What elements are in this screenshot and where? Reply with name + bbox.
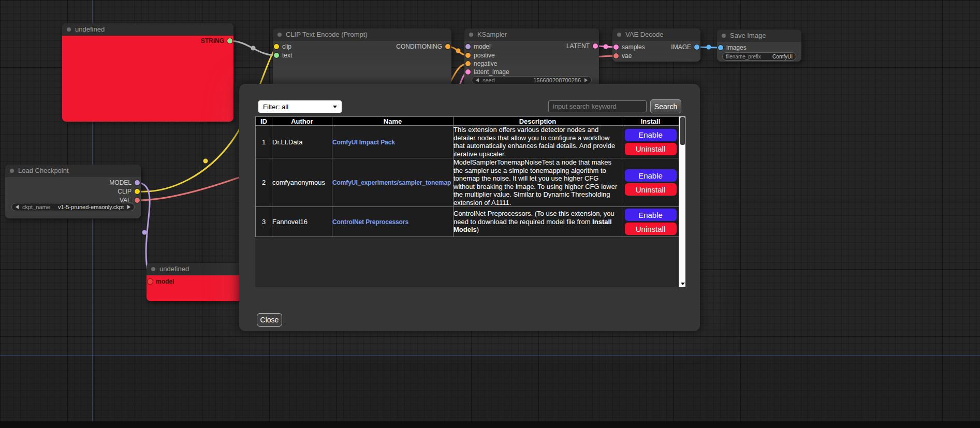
filter-select-value: Filter: all	[263, 103, 288, 111]
extension-author: Fannovel16	[272, 207, 332, 237]
uninstall-button[interactable]: Uninstall	[625, 143, 677, 155]
port-dot-icon[interactable]	[718, 45, 723, 50]
input-port-text[interactable]: text	[274, 52, 292, 59]
port-label: CONDITIONING	[396, 43, 442, 50]
port-dot-icon[interactable]	[274, 53, 279, 58]
node-title-bar[interactable]: CLIP Text Encode (Prompt)	[273, 28, 451, 41]
port-dot-icon[interactable]	[593, 43, 598, 49]
increment-arrow-icon[interactable]	[584, 78, 588, 82]
extension-author: comfyanonymous	[272, 158, 332, 207]
extension-link[interactable]: ComfyUI Impact Pack	[332, 139, 395, 146]
input-port-samples[interactable]: samples	[613, 43, 645, 51]
node-title: Save Image	[730, 32, 766, 39]
port-label: CLIP	[118, 188, 131, 195]
input-port-positive[interactable]: positive	[465, 52, 495, 59]
widget-value: ComfyUI	[772, 54, 793, 60]
close-button[interactable]: Close	[257, 313, 282, 327]
node-undefined-top[interactable]: undefined STRING	[62, 23, 233, 122]
extension-id: 1	[256, 126, 272, 158]
node-title-bar[interactable]: KSampler	[464, 28, 599, 41]
output-port-model[interactable]: MODEL	[109, 179, 140, 186]
node-title-bar[interactable]: Load Checkpoint	[5, 165, 141, 177]
port-dot-icon[interactable]	[135, 180, 140, 185]
filter-select[interactable]: Filter: all	[258, 100, 342, 113]
enable-button[interactable]: Enable	[625, 209, 677, 221]
ckpt-name-widget[interactable]: ckpt_name v1-5-pruned-emaonly.ckpt	[11, 203, 135, 211]
description-suffix-text: )	[477, 226, 479, 233]
filename-prefix-widget[interactable]: filename_prefix ComfyUI	[722, 52, 796, 61]
port-dot-icon[interactable]	[465, 69, 471, 75]
port-dot-icon[interactable]	[465, 44, 471, 49]
collapse-dot-icon[interactable]	[277, 33, 282, 37]
widget-label: filename_prefix	[726, 54, 761, 60]
graph-canvas[interactable]: undefined STRING CLIP Text Encode (Promp…	[0, 0, 980, 428]
widget-label: ckpt_name	[22, 204, 50, 210]
description-text: ControlNet Preprocessors. (To use this e…	[454, 210, 615, 226]
decrement-arrow-icon[interactable]	[476, 78, 479, 82]
node-title: VAE Decode	[625, 31, 663, 38]
enable-button[interactable]: Enable	[625, 129, 677, 141]
output-port-string[interactable]: STRING	[201, 37, 232, 45]
collapse-dot-icon[interactable]	[10, 169, 14, 173]
input-port-model[interactable]: model	[148, 278, 174, 285]
port-dot-icon[interactable]	[613, 53, 619, 58]
node-title-bar[interactable]: Save Image	[717, 29, 801, 42]
widget-label: seed	[482, 77, 495, 83]
port-dot-icon[interactable]	[694, 45, 699, 50]
output-port-clip[interactable]: CLIP	[118, 188, 140, 195]
search-button[interactable]: Search	[650, 99, 681, 113]
next-arrow-icon[interactable]	[127, 205, 130, 209]
input-port-latent-image[interactable]: latent_image	[465, 68, 509, 76]
node-title-bar[interactable]: VAE Decode	[612, 28, 700, 41]
extension-author: Dr.Lt.Data	[272, 126, 332, 158]
node-title: KSampler	[477, 31, 507, 38]
enable-button[interactable]: Enable	[625, 169, 677, 182]
node-title-bar[interactable]: undefined	[62, 23, 233, 36]
port-dot-icon[interactable]	[445, 44, 450, 49]
collapse-dot-icon[interactable]	[617, 33, 621, 37]
extension-row: 1 Dr.Lt.Data ComfyUI Impact Pack This ex…	[256, 126, 679, 158]
chevron-down-icon	[333, 106, 337, 108]
node-save-image[interactable]: Save Image images filename_prefix ComfyU…	[717, 29, 801, 62]
port-label: samples	[622, 43, 645, 51]
output-port-image[interactable]: IMAGE	[671, 43, 699, 51]
table-scrollbar[interactable]	[679, 116, 685, 287]
collapse-dot-icon[interactable]	[469, 33, 473, 37]
port-label: positive	[474, 52, 495, 59]
port-label: clip	[282, 43, 291, 50]
output-port-conditioning[interactable]: CONDITIONING	[396, 43, 450, 50]
uninstall-button[interactable]: Uninstall	[625, 183, 677, 196]
search-input[interactable]	[548, 100, 647, 112]
port-dot-icon[interactable]	[613, 45, 619, 50]
scrollbar-thumb[interactable]	[680, 117, 685, 145]
node-load-checkpoint[interactable]: Load Checkpoint MODEL CLIP VAE ckpt_name…	[5, 165, 141, 218]
uninstall-button[interactable]: Uninstall	[625, 223, 677, 235]
input-port-model[interactable]: model	[465, 43, 491, 50]
input-port-negative[interactable]: negative	[465, 60, 497, 67]
node-vae-decode[interactable]: VAE Decode samples vae IMAGE	[612, 28, 700, 62]
port-dot-icon[interactable]	[135, 189, 140, 194]
seed-widget[interactable]: seed 156680208700286	[472, 76, 592, 84]
port-dot-icon[interactable]	[465, 61, 471, 66]
scroll-down-arrow-icon[interactable]	[681, 283, 685, 285]
node-title: undefined	[159, 265, 189, 273]
previous-arrow-icon[interactable]	[16, 205, 19, 209]
install-cell: Enable Uninstall	[622, 126, 679, 158]
port-dot-icon[interactable]	[227, 38, 232, 43]
input-port-vae[interactable]: vae	[613, 52, 632, 60]
extension-link[interactable]: ComfyUI_experiments/sampler_tonemap	[332, 179, 451, 186]
output-port-latent[interactable]: LATENT	[566, 42, 598, 50]
collapse-dot-icon[interactable]	[67, 27, 71, 32]
node-title: undefined	[75, 25, 105, 33]
port-dot-icon[interactable]	[135, 198, 140, 203]
port-dot-icon[interactable]	[148, 279, 153, 284]
column-header-description: Description	[454, 117, 622, 126]
port-label: LATENT	[566, 42, 590, 50]
extension-link[interactable]: ControlNet Preprocessors	[332, 218, 408, 226]
collapse-dot-icon[interactable]	[151, 267, 155, 271]
input-port-clip[interactable]: clip	[274, 43, 291, 50]
input-port-images[interactable]: images	[718, 44, 747, 51]
collapse-dot-icon[interactable]	[722, 34, 726, 38]
port-dot-icon[interactable]	[465, 53, 471, 58]
port-dot-icon[interactable]	[274, 44, 279, 49]
